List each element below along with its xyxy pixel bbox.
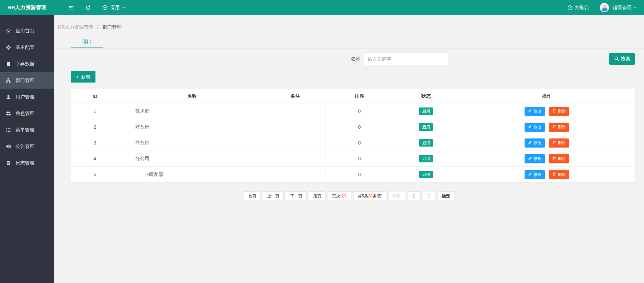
pagination-total-info: 共5条 20条/页 [353, 191, 386, 201]
search-field-label: 名称 [351, 56, 360, 62]
users-icon [5, 111, 11, 116]
cell-name: 财务部 [119, 119, 265, 135]
cell-sort: 0 [326, 103, 393, 119]
refresh-button[interactable] [80, 0, 96, 15]
status-badge: 启用 [419, 107, 433, 115]
table-row: 5 ├研发部 0 启用 修改 [71, 167, 635, 183]
edit-button[interactable]: 修改 [525, 170, 545, 179]
delete-button[interactable]: 删除 [549, 107, 569, 116]
sidebar-item-home[interactable]: 应用首页 [0, 23, 54, 39]
sidebar-item-label: 菜单管理 [16, 127, 34, 133]
pencil-icon [528, 109, 533, 114]
cell-status: 启用 [393, 135, 459, 151]
delete-button[interactable]: 删除 [549, 154, 569, 163]
trash-icon [552, 172, 558, 177]
pagination-page-info: 页次:1/1 [328, 191, 351, 201]
speaker-icon [5, 144, 11, 149]
search-button[interactable]: 搜索 [609, 53, 635, 65]
trash-icon [552, 109, 558, 114]
app-menu-label: 应用 [110, 5, 120, 11]
cell-actions: 修改 删除 [459, 119, 635, 135]
delete-button[interactable]: 删除 [549, 123, 569, 132]
cell-remark [265, 151, 326, 167]
app-title: HR人力资源管理 [0, 4, 54, 11]
delete-button[interactable]: 删除 [549, 170, 569, 179]
trash-icon [552, 125, 558, 130]
pagination-jump-suffix: 页 [423, 191, 436, 201]
pagination-bar: 首页 上一页 下一页 尾页 页次:1/1 共5条 20条/页 到第 页 确定 [54, 191, 644, 201]
org-icon [5, 77, 11, 83]
pagination-confirm-button[interactable]: 确定 [438, 191, 454, 201]
collapse-menu-button[interactable] [63, 0, 80, 15]
pagination-next[interactable]: 下一页 [286, 191, 307, 201]
cell-remark [265, 167, 326, 183]
cell-actions: 修改 删除 [459, 167, 635, 183]
plus-icon: + [76, 74, 79, 80]
sidebar-item-users[interactable]: 角色管理 [0, 105, 54, 122]
add-button-label: 新增 [81, 74, 90, 80]
status-badge: 启用 [419, 155, 433, 162]
pagination-first[interactable]: 首页 [244, 191, 261, 201]
user-avatar[interactable] [600, 3, 609, 12]
search-form: 名称 搜索 [71, 53, 635, 65]
hamburger-icon [68, 5, 74, 10]
cell-id: 5 [71, 167, 119, 183]
sidebar-item-user[interactable]: 用户管理 [0, 89, 54, 105]
delete-button[interactable]: 删除 [549, 138, 569, 148]
console-label: 控制台 [575, 5, 589, 11]
column-header-name: 名称 [119, 89, 265, 103]
user-menu-dropdown[interactable]: 超级管理 [612, 0, 638, 15]
cell-name: 分公司 [119, 151, 265, 167]
add-button[interactable]: +新增 [71, 71, 95, 83]
cell-remark [265, 135, 326, 151]
table-row: 3 商务部 0 启用 修改 [71, 135, 635, 151]
search-icon [614, 56, 621, 62]
tab-department[interactable]: 部门 [71, 35, 103, 48]
app-cube-icon [102, 5, 108, 10]
user-icon [5, 94, 11, 100]
table-row: 4 分公司 0 启用 修改 [71, 151, 635, 167]
app-menu-dropdown[interactable]: 应用 [96, 0, 131, 15]
sidebar-item-gear[interactable]: 基本配置 [0, 39, 54, 56]
sidebar-menu: 应用首页 基本配置 字典数据 部门管理 用户管理 角色管理 菜单管理 [0, 15, 54, 283]
sidebar-item-list[interactable]: 菜单管理 [0, 122, 54, 138]
username-label: 超级管理 [613, 5, 632, 11]
edit-button[interactable]: 修改 [525, 138, 545, 148]
refresh-icon [85, 5, 91, 10]
console-button[interactable]: 控制台 [562, 0, 595, 15]
cell-actions: 修改 删除 [459, 135, 635, 151]
pagination-page-input[interactable] [407, 191, 421, 201]
sidebar-item-speaker[interactable]: 公告管理 [0, 138, 54, 155]
search-button-label: 搜索 [621, 56, 630, 62]
gear-icon [5, 44, 11, 50]
department-table: ID 名称 备注 排序 状态 操作 1 技术部 0 启用 [71, 89, 635, 183]
cell-name: 商务部 [119, 135, 265, 151]
cell-status: 启用 [393, 119, 459, 135]
sidebar-item-label: 用户管理 [16, 94, 34, 100]
sidebar-item-book[interactable]: 字典数据 [0, 56, 54, 72]
cell-actions: 修改 删除 [459, 151, 635, 167]
edit-button[interactable]: 修改 [525, 154, 545, 163]
sidebar-item-org[interactable]: 部门管理 [0, 72, 54, 89]
file-icon [5, 160, 11, 166]
chevron-down-icon [634, 6, 637, 9]
column-header-actions: 操作 [459, 89, 635, 103]
cell-status: 启用 [393, 103, 459, 119]
pagination-last[interactable]: 尾页 [309, 191, 326, 201]
cell-remark [265, 119, 326, 135]
table-toolbar: +新增 [71, 71, 635, 83]
home-icon [5, 28, 11, 34]
edit-button[interactable]: 修改 [525, 107, 545, 116]
edit-button[interactable]: 修改 [525, 123, 545, 132]
cell-sort: 0 [326, 167, 393, 183]
column-header-id: ID [71, 89, 119, 103]
trash-icon [552, 140, 558, 146]
sidebar-item-file[interactable]: 日志管理 [0, 155, 54, 171]
sidebar-item-label: 日志管理 [16, 160, 34, 166]
breadcrumb-root[interactable]: HR人力资源管理 [58, 24, 93, 30]
pagination-prev[interactable]: 上一页 [263, 191, 284, 201]
cell-id: 4 [71, 151, 119, 167]
cell-id: 1 [71, 103, 119, 119]
search-input[interactable] [364, 53, 448, 65]
table-header-row: ID 名称 备注 排序 状态 操作 [71, 89, 635, 103]
